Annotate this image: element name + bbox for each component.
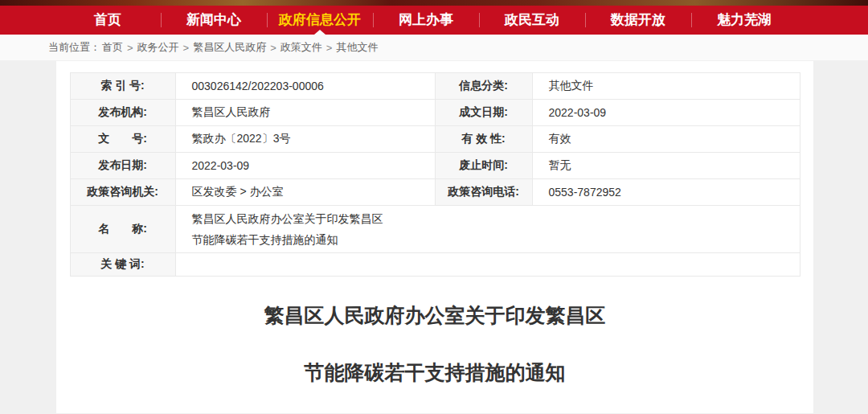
content-panel: 索 引 号: 003026142/202203-00006 信息分类: 其他文件…	[56, 61, 813, 413]
doc-name-label: 名 称:	[70, 206, 175, 253]
breadcrumb-item-home[interactable]: 首页	[102, 40, 123, 55]
index-number-value: 003026142/202203-00006	[175, 73, 435, 100]
nav-item-online-services[interactable]: 网上办事	[373, 6, 479, 35]
abolish-time-value: 暂无	[532, 153, 800, 179]
nav-item-open-data[interactable]: 数据开放	[585, 6, 691, 35]
table-row: 政策咨询机关: 区发改委 > 办公室 政策咨询电话: 0553-7872952	[70, 179, 800, 206]
active-tab-caret-icon	[314, 30, 326, 35]
breadcrumb-item-policy-files[interactable]: 政策文件	[280, 40, 322, 55]
nav-item-news-center[interactable]: 新闻中心	[161, 6, 267, 35]
table-row: 关 键 词:	[70, 253, 800, 277]
breadcrumb-separator: >	[270, 42, 276, 54]
issuing-agency-value: 繁昌区人民政府	[175, 100, 435, 126]
nav-item-charming-wuhu[interactable]: 魅力芜湖	[691, 6, 797, 35]
table-row: 发布日期: 2022-03-09 废止时间: 暂无	[70, 153, 800, 179]
document-info-table: 索 引 号: 003026142/202203-00006 信息分类: 其他文件…	[70, 72, 800, 277]
keywords-label: 关 键 词:	[70, 253, 175, 277]
article-title-line-2: 节能降碳若干支持措施的通知	[56, 359, 813, 386]
doc-name-line-2: 节能降碳若干支持措施的通知	[192, 229, 800, 250]
written-date-label: 成文日期:	[435, 100, 532, 126]
doc-number-label: 文 号:	[70, 126, 175, 153]
banner-image-strip	[0, 0, 868, 6]
doc-name-value: 繁昌区人民政府办公室关于印发繁昌区 节能降碳若干支持措施的通知	[175, 206, 800, 253]
index-number-label: 索 引 号:	[70, 73, 175, 100]
doc-name-line-1: 繁昌区人民政府办公室关于印发繁昌区	[192, 208, 800, 229]
article-title-line-1: 繁昌区人民政府办公室关于印发繁昌区	[56, 302, 813, 329]
nav-item-public-interaction[interactable]: 政民互动	[479, 6, 585, 35]
breadcrumb-item-fanchang-gov[interactable]: 繁昌区人民政府	[193, 40, 266, 55]
validity-label: 有 效 性:	[435, 126, 532, 153]
doc-number-value: 繁政办〔2022〕3号	[175, 126, 435, 153]
keywords-value	[175, 253, 800, 277]
consult-phone-label: 政策咨询电话:	[435, 179, 532, 206]
table-row: 文 号: 繁政办〔2022〕3号 有 效 性: 有效	[70, 126, 800, 153]
consult-agency-label: 政策咨询机关:	[70, 179, 175, 206]
nav-item-gov-info-disclosure[interactable]: 政府信息公开	[267, 6, 373, 35]
consult-phone-value: 0553-7872952	[532, 179, 800, 206]
info-category-value: 其他文件	[532, 73, 800, 100]
breadcrumb-prefix: 当前位置：	[48, 40, 100, 55]
nav-item-label: 政府信息公开	[279, 12, 361, 27]
table-row: 名 称: 繁昌区人民政府办公室关于印发繁昌区 节能降碳若干支持措施的通知	[70, 206, 800, 253]
written-date-value: 2022-03-09	[532, 100, 800, 126]
page-background: 索 引 号: 003026142/202203-00006 信息分类: 其他文件…	[0, 61, 868, 413]
breadcrumb-separator: >	[183, 42, 190, 54]
validity-value: 有效	[532, 126, 800, 153]
publish-date-label: 发布日期:	[70, 153, 175, 179]
breadcrumb-separator: >	[127, 42, 133, 54]
main-nav: 首页 新闻中心 政府信息公开 网上办事 政民互动 数据开放 魅力芜湖	[0, 6, 868, 35]
breadcrumb: 当前位置： 首页 > 政务公开 > 繁昌区人民政府 > 政策文件 > 其他文件	[0, 35, 868, 61]
info-category-label: 信息分类:	[435, 73, 532, 100]
table-row: 发布机构: 繁昌区人民政府 成文日期: 2022-03-09	[70, 100, 800, 126]
issuing-agency-label: 发布机构:	[70, 100, 175, 126]
breadcrumb-separator: >	[326, 42, 333, 54]
breadcrumb-item-other-files: 其他文件	[336, 40, 378, 55]
abolish-time-label: 废止时间:	[435, 153, 532, 179]
breadcrumb-item-gov-affairs[interactable]: 政务公开	[137, 40, 179, 55]
nav-item-home[interactable]: 首页	[55, 6, 161, 35]
publish-date-value: 2022-03-09	[175, 153, 435, 179]
table-row: 索 引 号: 003026142/202203-00006 信息分类: 其他文件	[70, 73, 800, 100]
consult-agency-value: 区发改委 > 办公室	[175, 179, 435, 206]
